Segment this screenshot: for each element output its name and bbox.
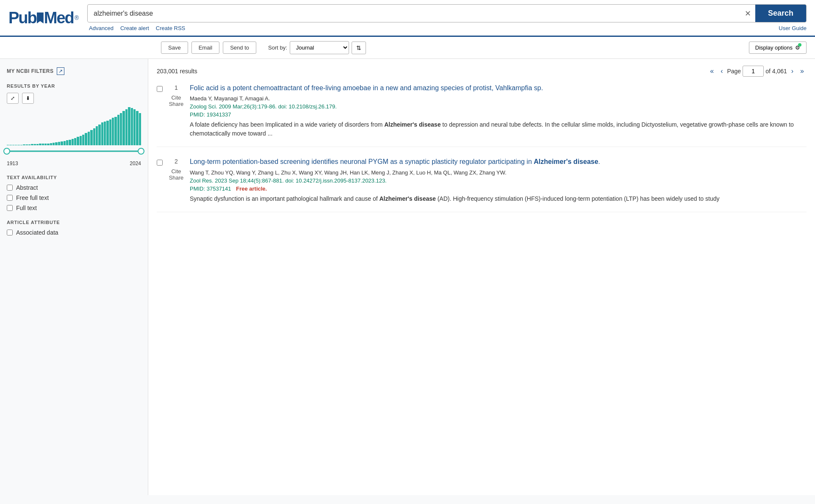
chart-bar: [128, 107, 130, 145]
chart-bar: [66, 140, 68, 145]
ncbi-external-link-icon[interactable]: ↗: [57, 67, 64, 75]
chart-bar: [58, 142, 60, 145]
article-2-authors: Wang T, Zhou YQ, Wang Y, Zhang L, Zhu X,…: [190, 169, 807, 176]
logo[interactable]: PubMed ®: [8, 9, 79, 27]
chart-bar: [106, 121, 108, 146]
gear-dot-indicator: [798, 43, 801, 47]
associated-data-checkbox[interactable]: [7, 230, 13, 235]
content-area: 203,001 results « ‹ Page of 4,061 › » 1 …: [148, 59, 815, 495]
chart-bar: [31, 144, 33, 145]
slider-left-thumb[interactable]: [3, 148, 10, 155]
chart-bar: [122, 111, 125, 145]
article-item-2: 2 Cite Share Long-term potentiation-base…: [157, 157, 807, 212]
article-2-cite-button[interactable]: Cite: [171, 168, 181, 174]
prev-page-button[interactable]: ‹: [718, 66, 725, 77]
article-2-highlight: Alzheimer's disease: [379, 195, 435, 202]
last-page-button[interactable]: »: [798, 66, 807, 77]
article-1-cite-button[interactable]: Cite: [171, 94, 181, 101]
article-item-1: 1 Cite Share Folic acid is a potent chem…: [157, 83, 807, 147]
next-page-button[interactable]: ›: [789, 66, 796, 77]
create-rss-link[interactable]: Create RSS: [156, 25, 185, 31]
main-layout: MY NCBI FILTERS ↗ RESULTS BY YEAR ⤢ ⬇: [0, 59, 815, 495]
chart-bar: [23, 144, 25, 145]
article-1-checkbox[interactable]: [157, 86, 163, 92]
chart-bar: [69, 140, 71, 146]
page-of: of 4,061: [765, 68, 787, 75]
search-clear-button[interactable]: ✕: [740, 6, 755, 22]
sort-select[interactable]: Journal Best match Most recent Publicati…: [290, 41, 349, 54]
chart-bar: [17, 145, 19, 145]
free-full-text-checkbox[interactable]: [7, 195, 13, 201]
logo-registered: ®: [75, 14, 79, 21]
article-2-meta: 2 Cite Share: [168, 157, 185, 203]
display-options-label: Display options: [755, 44, 793, 51]
article-1-pmid: PMID: 19341337: [190, 111, 807, 118]
chart-bar: [117, 115, 119, 145]
ncbi-filters-label: MY NCBI FILTERS: [7, 68, 53, 74]
chart-bar: [9, 145, 11, 145]
chart-bar: [39, 144, 41, 145]
chart-bar: [80, 136, 82, 146]
search-button[interactable]: Search: [755, 5, 806, 22]
article-1-abstract: A folate deficiency has been Implicated …: [190, 120, 807, 138]
ncbi-filters: MY NCBI FILTERS ↗: [7, 67, 141, 75]
article-2-free-article-badge: Free article.: [236, 186, 267, 192]
article-2-content: Long-term potentiation-based screening i…: [190, 157, 807, 203]
article-2-abstract: Synaptic dysfunction is an important pat…: [190, 194, 807, 203]
search-input[interactable]: [88, 6, 740, 22]
create-alert-link[interactable]: Create alert: [120, 25, 149, 31]
article-1-authors: Maeda Y, Mayanagi T, Amagai A.: [190, 95, 807, 102]
article-1-journal: Zoolog Sci. 2009 Mar;26(3):179-86. doi: …: [190, 103, 807, 110]
chart-bar: [42, 144, 44, 145]
user-guide-link[interactable]: User Guide: [779, 25, 807, 31]
save-button[interactable]: Save: [161, 42, 188, 54]
send-to-button[interactable]: Send to: [223, 42, 256, 54]
chart-bar: [72, 139, 74, 145]
sort-by-label: Sort by:: [268, 44, 287, 51]
article-2-share-button[interactable]: Share: [169, 174, 184, 181]
abstract-checkbox[interactable]: [7, 185, 13, 191]
chart-bar: [64, 141, 66, 145]
chart-bar: [15, 145, 17, 145]
page-input[interactable]: [743, 66, 764, 77]
chart-bar: [36, 144, 39, 145]
chart-bar: [96, 126, 98, 145]
header: PubMed ® ✕ Search Advanced Create alert …: [0, 0, 815, 37]
sort-area: Sort by: Journal Best match Most recent …: [268, 41, 366, 54]
chart-bar: [47, 144, 49, 146]
article-1-share-button[interactable]: Share: [169, 101, 184, 107]
chart-download-button[interactable]: ⬇: [22, 93, 34, 104]
slider-right-thumb[interactable]: [138, 148, 144, 155]
article-2-title[interactable]: Long-term potentiation-based screening i…: [190, 157, 807, 166]
first-page-button[interactable]: «: [707, 66, 716, 77]
sort-order-icon: ⇅: [356, 44, 361, 51]
email-button[interactable]: Email: [191, 42, 220, 54]
article-1-checkbox-area: [157, 83, 163, 138]
year-chart-area: ⤢ ⬇ 1913 2024: [7, 93, 141, 166]
article-2-checkbox[interactable]: [157, 160, 163, 166]
chart-bar: [114, 117, 116, 146]
display-options-button[interactable]: Display options ⚙: [749, 42, 807, 54]
full-text-label: Full text: [16, 205, 37, 211]
chart-bar: [34, 144, 36, 145]
search-links: Advanced Create alert Create RSS User Gu…: [87, 25, 807, 31]
chart-bar: [74, 138, 76, 145]
chart-bar: [104, 122, 106, 145]
chart-bars: [7, 107, 141, 145]
sort-order-button[interactable]: ⇅: [352, 42, 366, 54]
chart-bar: [120, 113, 122, 146]
article-1-title[interactable]: Folic acid is a potent chemoattractant o…: [190, 83, 807, 93]
full-text-checkbox[interactable]: [7, 205, 13, 211]
chart-bar: [55, 142, 57, 145]
chart-bar: [44, 144, 47, 146]
chart-bar: [20, 145, 22, 145]
chart-bar: [77, 137, 79, 145]
article-attribute-label: ARTICLE ATTRIBUTE: [7, 220, 141, 225]
clear-icon: ✕: [745, 9, 751, 18]
advanced-link[interactable]: Advanced: [89, 25, 114, 31]
chart-expand-button[interactable]: ⤢: [7, 93, 19, 104]
chart-bar: [90, 130, 92, 145]
chart-bar: [85, 133, 87, 145]
article-2-pmid-text: PMID: 37537141: [190, 186, 231, 192]
article-2-title-end: .: [598, 158, 600, 165]
